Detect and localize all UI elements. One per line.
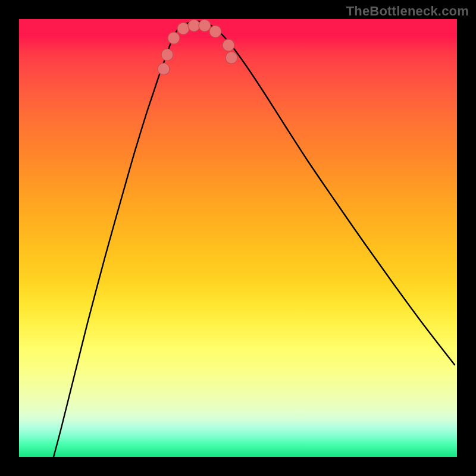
curve-marker	[223, 39, 234, 51]
curve-marker	[161, 49, 173, 61]
curve-marker	[188, 20, 200, 32]
bottleneck-curve	[54, 21, 455, 457]
curve-marker	[209, 26, 221, 37]
plot-area	[19, 19, 457, 457]
chart-frame: TheBottleneck.com	[0, 0, 476, 476]
watermark-text: TheBottleneck.com	[346, 4, 469, 19]
curve-marker	[226, 52, 237, 64]
curve-marker	[199, 20, 211, 32]
curve-marker	[158, 63, 170, 75]
curve-svg	[19, 19, 457, 457]
curve-marker	[177, 23, 189, 35]
curve-marker	[168, 32, 180, 44]
